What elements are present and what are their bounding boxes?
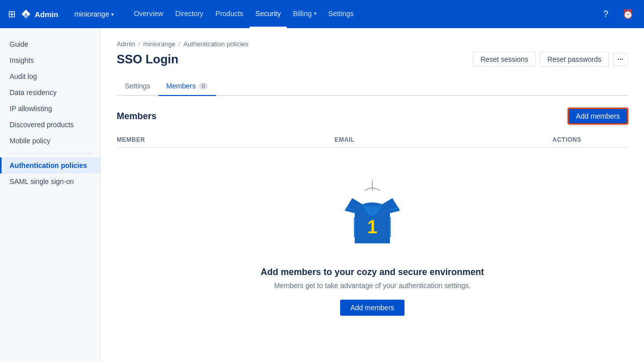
nav-link-directory[interactable]: Directory [169, 0, 209, 28]
top-navigation: ⊞ Admin miniorange ▾ Overview Directory … [0, 0, 644, 28]
org-selector[interactable]: miniorange ▾ [70, 8, 118, 20]
tabs: Settings Members 0 [117, 77, 628, 96]
add-members-button-empty[interactable]: Add members [340, 300, 404, 316]
empty-state-subtext: Members get to take advantage of your au… [274, 282, 471, 290]
tab-settings[interactable]: Settings [117, 77, 158, 96]
section-title: Members [117, 111, 156, 122]
breadcrumb-sep-2: / [179, 40, 181, 48]
add-members-button-top[interactable]: Add members [568, 108, 628, 124]
logo-text: Admin [35, 10, 58, 19]
svg-text:1: 1 [367, 217, 377, 237]
nav-link-settings[interactable]: Settings [323, 0, 360, 28]
col-actions: Actions [552, 136, 628, 143]
page-actions: Reset sessions Reset passwords ··· [473, 52, 628, 67]
sidebar-item-audit-log[interactable]: Audit log [0, 68, 100, 84]
grid-icon[interactable]: ⊞ [8, 9, 16, 20]
org-chevron-icon: ▾ [111, 12, 114, 17]
table-header: Member Email Actions [117, 132, 628, 148]
logo-area: Admin [21, 9, 58, 20]
nav-right-actions: ? ⏰ [598, 6, 636, 22]
sidebar-item-authentication-policies[interactable]: Authentication policies [0, 157, 100, 173]
sidebar-item-mobile-policy[interactable]: Mobile policy [0, 133, 100, 149]
page-title: SSO Login [117, 52, 179, 66]
help-icon[interactable]: ? [598, 6, 614, 22]
atlassian-logo-icon [21, 9, 32, 20]
sidebar-item-saml-sso[interactable]: SAML single sign-on [0, 173, 100, 190]
main-content: Admin / miniorange / Authentication poli… [101, 28, 644, 362]
reset-sessions-button[interactable]: Reset sessions [473, 52, 536, 67]
billing-chevron-icon: ▾ [314, 11, 316, 16]
breadcrumb: Admin / miniorange / Authentication poli… [117, 40, 628, 48]
empty-state-heading: Add members to your cozy and secure envi… [261, 267, 484, 278]
sidebar: Guide Insights Audit log Data residency … [0, 28, 101, 362]
sidebar-item-ip-allowlisting[interactable]: IP allowlisting [0, 101, 100, 117]
breadcrumb-admin[interactable]: Admin [117, 40, 135, 48]
nav-link-products[interactable]: Products [209, 0, 249, 28]
nav-links: Overview Directory Products Security Bil… [128, 0, 598, 28]
members-section-header: Members Add members [117, 108, 628, 124]
tab-members[interactable]: Members 0 [158, 77, 216, 96]
jersey-icon: 1 [340, 178, 405, 253]
sidebar-item-data-residency[interactable]: Data residency [0, 84, 100, 101]
members-count-badge: 0 [199, 82, 208, 89]
col-email: Email [335, 136, 552, 143]
page-header: SSO Login Reset sessions Reset passwords… [117, 52, 628, 67]
page-layout: Guide Insights Audit log Data residency … [0, 28, 644, 362]
notifications-icon[interactable]: ⏰ [620, 6, 636, 22]
breadcrumb-sep-1: / [138, 40, 140, 48]
nav-link-billing[interactable]: Billing ▾ [287, 0, 322, 28]
org-name: miniorange [74, 10, 109, 18]
sidebar-item-insights[interactable]: Insights [0, 52, 100, 68]
nav-link-security[interactable]: Security [250, 0, 287, 28]
breadcrumb-current: Authentication policies [183, 40, 248, 48]
more-options-button[interactable]: ··· [613, 53, 628, 66]
jersey-illustration: 1 [340, 178, 405, 255]
sidebar-item-guide[interactable]: Guide [0, 36, 100, 52]
breadcrumb-miniorange[interactable]: miniorange [143, 40, 175, 48]
sidebar-divider [8, 153, 92, 153]
col-member: Member [117, 136, 335, 143]
sidebar-item-discovered-products[interactable]: Discovered products [0, 117, 100, 133]
reset-passwords-button[interactable]: Reset passwords [540, 52, 609, 67]
empty-state: 1 Add members to your cozy and secure en… [117, 148, 628, 346]
nav-link-overview[interactable]: Overview [128, 0, 169, 28]
